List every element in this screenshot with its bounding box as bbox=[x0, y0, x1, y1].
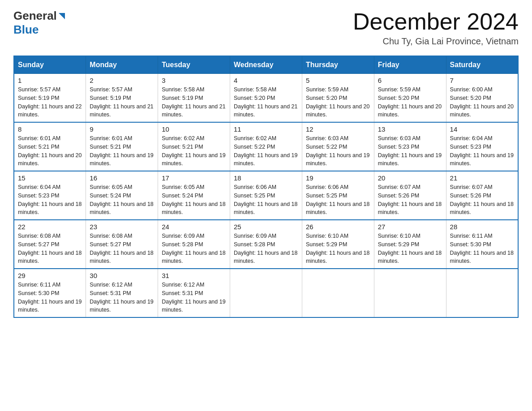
day-info: Sunrise: 6:08 AM Sunset: 5:27 PM Dayligh… bbox=[90, 232, 154, 265]
sunset-label: Sunset: 5:31 PM bbox=[162, 290, 203, 296]
daylight-label: Daylight: 11 hours and 20 minutes. bbox=[378, 103, 442, 118]
sunrise-label: Sunrise: 6:06 AM bbox=[234, 184, 276, 190]
daylight-label: Daylight: 11 hours and 18 minutes. bbox=[378, 250, 442, 265]
day-number: 2 bbox=[90, 77, 154, 84]
calendar-cell: 21 Sunrise: 6:07 AM Sunset: 5:26 PM Dayl… bbox=[446, 171, 518, 220]
sunrise-label: Sunrise: 6:01 AM bbox=[90, 135, 132, 141]
calendar-cell: 8 Sunrise: 6:01 AM Sunset: 5:21 PM Dayli… bbox=[14, 122, 86, 171]
daylight-label: Daylight: 11 hours and 19 minutes. bbox=[90, 152, 153, 167]
calendar-cell: 10 Sunrise: 6:02 AM Sunset: 5:21 PM Dayl… bbox=[158, 122, 230, 171]
col-monday: Monday bbox=[86, 56, 158, 74]
day-number: 24 bbox=[162, 223, 226, 231]
daylight-label: Daylight: 11 hours and 19 minutes. bbox=[18, 299, 82, 313]
logo: General Blue bbox=[13, 9, 67, 37]
calendar-cell: 28 Sunrise: 6:11 AM Sunset: 5:30 PM Dayl… bbox=[446, 220, 518, 269]
day-number: 7 bbox=[450, 77, 514, 84]
calendar-cell: 18 Sunrise: 6:06 AM Sunset: 5:25 PM Dayl… bbox=[230, 171, 302, 220]
sunrise-label: Sunrise: 6:12 AM bbox=[162, 282, 204, 288]
day-info: Sunrise: 6:11 AM Sunset: 5:30 PM Dayligh… bbox=[18, 281, 82, 314]
day-info: Sunrise: 6:04 AM Sunset: 5:23 PM Dayligh… bbox=[18, 183, 82, 217]
sunset-label: Sunset: 5:30 PM bbox=[18, 290, 59, 296]
sunrise-label: Sunrise: 6:12 AM bbox=[90, 282, 132, 288]
location-text: Chu Ty, Gia Lai Province, Vietnam bbox=[353, 36, 519, 47]
sunset-label: Sunset: 5:19 PM bbox=[18, 95, 59, 101]
calendar-cell: 20 Sunrise: 6:07 AM Sunset: 5:26 PM Dayl… bbox=[374, 171, 446, 220]
day-info: Sunrise: 6:12 AM Sunset: 5:31 PM Dayligh… bbox=[90, 281, 154, 314]
sunset-label: Sunset: 5:28 PM bbox=[234, 241, 275, 248]
daylight-label: Daylight: 11 hours and 21 minutes. bbox=[162, 103, 225, 118]
daylight-label: Daylight: 11 hours and 18 minutes. bbox=[234, 250, 297, 265]
sunset-label: Sunset: 5:25 PM bbox=[306, 193, 347, 199]
sunrise-label: Sunrise: 6:09 AM bbox=[234, 233, 276, 239]
day-number: 29 bbox=[18, 272, 82, 279]
sunrise-label: Sunrise: 6:01 AM bbox=[18, 135, 60, 141]
day-number: 30 bbox=[90, 272, 154, 279]
daylight-label: Daylight: 11 hours and 19 minutes. bbox=[306, 152, 369, 167]
day-number: 28 bbox=[450, 223, 514, 231]
day-info: Sunrise: 6:04 AM Sunset: 5:23 PM Dayligh… bbox=[450, 134, 514, 168]
sunrise-label: Sunrise: 6:11 AM bbox=[18, 282, 60, 288]
sunrise-label: Sunrise: 5:59 AM bbox=[306, 86, 348, 93]
sunset-label: Sunset: 5:23 PM bbox=[450, 144, 491, 150]
day-info: Sunrise: 6:06 AM Sunset: 5:25 PM Dayligh… bbox=[306, 183, 370, 217]
sunrise-label: Sunrise: 5:57 AM bbox=[18, 86, 60, 93]
header-right: December 2024 Chu Ty, Gia Lai Province, … bbox=[353, 9, 519, 47]
calendar-cell: 11 Sunrise: 6:02 AM Sunset: 5:22 PM Dayl… bbox=[230, 122, 302, 171]
calendar-cell: 27 Sunrise: 6:10 AM Sunset: 5:29 PM Dayl… bbox=[374, 220, 446, 269]
day-number: 17 bbox=[162, 174, 226, 182]
sunset-label: Sunset: 5:19 PM bbox=[162, 95, 203, 101]
calendar-header-row: Sunday Monday Tuesday Wednesday Thursday… bbox=[14, 56, 518, 74]
day-number: 8 bbox=[18, 125, 82, 133]
sunset-label: Sunset: 5:31 PM bbox=[90, 290, 131, 296]
day-number: 18 bbox=[234, 174, 298, 182]
day-info: Sunrise: 5:58 AM Sunset: 5:20 PM Dayligh… bbox=[234, 86, 298, 119]
day-number: 3 bbox=[162, 77, 226, 84]
col-saturday: Saturday bbox=[446, 56, 518, 74]
day-info: Sunrise: 6:09 AM Sunset: 5:28 PM Dayligh… bbox=[162, 232, 226, 265]
daylight-label: Daylight: 11 hours and 18 minutes. bbox=[18, 250, 82, 265]
calendar-cell: 9 Sunrise: 6:01 AM Sunset: 5:21 PM Dayli… bbox=[86, 122, 158, 171]
col-friday: Friday bbox=[374, 56, 446, 74]
day-info: Sunrise: 6:00 AM Sunset: 5:20 PM Dayligh… bbox=[450, 86, 514, 119]
calendar-cell: 19 Sunrise: 6:06 AM Sunset: 5:25 PM Dayl… bbox=[302, 171, 374, 220]
day-number: 10 bbox=[162, 125, 226, 133]
sunrise-label: Sunrise: 5:59 AM bbox=[378, 86, 420, 93]
calendar-cell bbox=[230, 269, 302, 317]
day-info: Sunrise: 6:07 AM Sunset: 5:26 PM Dayligh… bbox=[450, 183, 514, 217]
day-number: 19 bbox=[306, 174, 370, 182]
day-info: Sunrise: 6:10 AM Sunset: 5:29 PM Dayligh… bbox=[306, 232, 370, 265]
day-number: 13 bbox=[378, 125, 442, 133]
logo-triangle-icon bbox=[57, 11, 67, 21]
day-info: Sunrise: 6:05 AM Sunset: 5:24 PM Dayligh… bbox=[162, 183, 226, 217]
calendar-cell: 22 Sunrise: 6:08 AM Sunset: 5:27 PM Dayl… bbox=[14, 220, 86, 269]
sunrise-label: Sunrise: 6:07 AM bbox=[450, 184, 493, 190]
daylight-label: Daylight: 11 hours and 20 minutes. bbox=[18, 152, 82, 167]
day-info: Sunrise: 6:02 AM Sunset: 5:21 PM Dayligh… bbox=[162, 134, 226, 168]
daylight-label: Daylight: 11 hours and 18 minutes. bbox=[378, 201, 442, 216]
daylight-label: Daylight: 11 hours and 18 minutes. bbox=[18, 201, 82, 216]
day-number: 6 bbox=[378, 77, 442, 84]
calendar-cell: 4 Sunrise: 5:58 AM Sunset: 5:20 PM Dayli… bbox=[230, 74, 302, 123]
day-info: Sunrise: 6:10 AM Sunset: 5:29 PM Dayligh… bbox=[378, 232, 442, 265]
day-number: 27 bbox=[378, 223, 442, 231]
calendar-week-row: 29 Sunrise: 6:11 AM Sunset: 5:30 PM Dayl… bbox=[14, 269, 518, 317]
day-number: 9 bbox=[90, 125, 154, 133]
sunrise-label: Sunrise: 6:02 AM bbox=[234, 135, 276, 141]
sunrise-label: Sunrise: 6:02 AM bbox=[162, 135, 204, 141]
sunset-label: Sunset: 5:20 PM bbox=[450, 95, 491, 101]
day-number: 4 bbox=[234, 77, 298, 84]
day-info: Sunrise: 6:01 AM Sunset: 5:21 PM Dayligh… bbox=[18, 134, 82, 168]
calendar-cell: 25 Sunrise: 6:09 AM Sunset: 5:28 PM Dayl… bbox=[230, 220, 302, 269]
calendar-cell: 23 Sunrise: 6:08 AM Sunset: 5:27 PM Dayl… bbox=[86, 220, 158, 269]
calendar-week-row: 22 Sunrise: 6:08 AM Sunset: 5:27 PM Dayl… bbox=[14, 220, 518, 269]
logo-blue-text: Blue bbox=[13, 23, 39, 36]
sunset-label: Sunset: 5:23 PM bbox=[18, 193, 59, 199]
calendar-cell: 17 Sunrise: 6:05 AM Sunset: 5:24 PM Dayl… bbox=[158, 171, 230, 220]
sunrise-label: Sunrise: 6:00 AM bbox=[450, 86, 493, 93]
daylight-label: Daylight: 11 hours and 19 minutes. bbox=[162, 299, 225, 313]
day-number: 31 bbox=[162, 272, 226, 279]
logo-general-text: General bbox=[13, 9, 57, 23]
daylight-label: Daylight: 11 hours and 21 minutes. bbox=[90, 103, 153, 118]
daylight-label: Daylight: 11 hours and 18 minutes. bbox=[162, 201, 225, 216]
calendar-cell: 5 Sunrise: 5:59 AM Sunset: 5:20 PM Dayli… bbox=[302, 74, 374, 123]
